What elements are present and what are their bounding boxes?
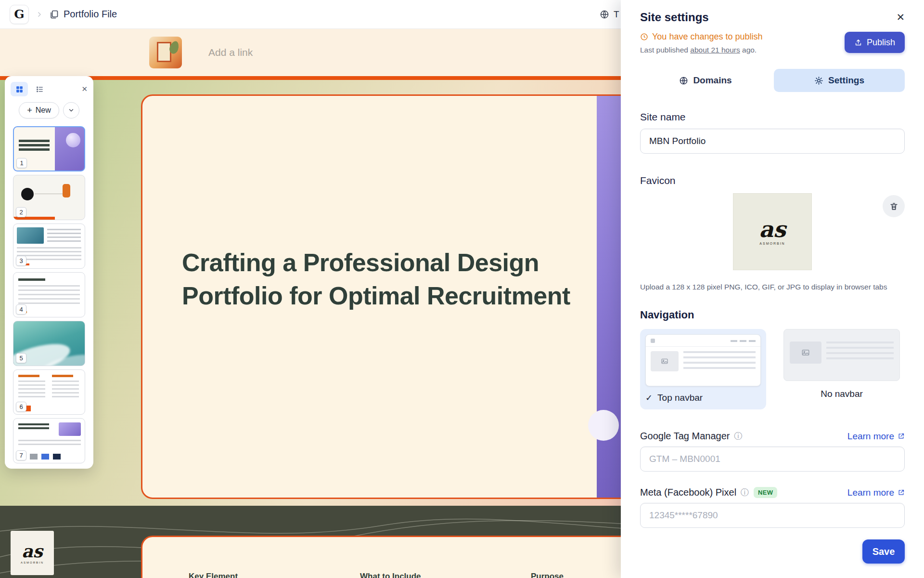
decorative-shape — [52, 381, 79, 400]
settings-tabs: Domains Settings — [640, 69, 905, 92]
gtm-learn-more-label: Learn more — [847, 431, 894, 442]
site-settings-panel: Site settings ✕ You have changes to publ… — [621, 0, 924, 578]
decorative-shape — [651, 339, 655, 343]
thumbnail-number: 3 — [16, 256, 26, 266]
meta-pixel-row: Meta (Facebook) Pixel ⓘ NEW Learn more — [640, 487, 905, 498]
favicon-help-text: Upload a 128 x 128 pixel PNG, ICO, GIF, … — [640, 283, 905, 291]
plus-icon: + — [27, 106, 32, 115]
thumbnail-list: 1 2 3 4 — [5, 126, 93, 463]
publish-warning-text: You have changes to publish — [652, 32, 763, 42]
globe-icon — [679, 76, 688, 85]
new-slide-row: + New — [5, 96, 93, 120]
decorative-shape — [66, 133, 80, 147]
thumbnail-number: 4 — [16, 304, 26, 315]
publish-button-label: Publish — [867, 38, 895, 48]
thumbnail-number: 6 — [16, 402, 26, 412]
external-link-icon — [898, 433, 905, 440]
tab-domains[interactable]: Domains — [640, 69, 771, 92]
gtm-input[interactable] — [640, 447, 905, 472]
document-icon — [49, 10, 59, 19]
last-published-text: Last published about 21 hours ago. — [640, 46, 763, 54]
decorative-shape — [21, 188, 34, 200]
close-thumbnail-panel-button[interactable]: ✕ — [81, 85, 88, 93]
gamma-logo[interactable]: G — [10, 5, 29, 24]
gear-icon — [814, 76, 823, 85]
external-link-icon — [898, 489, 905, 496]
skeleton-lines — [826, 342, 894, 362]
top-navbar-label-text: Top navbar — [657, 393, 703, 403]
decorative-shape — [18, 278, 45, 281]
info-icon[interactable]: ⓘ — [741, 487, 749, 498]
last-published-suffix: ago. — [740, 46, 757, 54]
slide-thumbnail-1[interactable]: 1 — [13, 126, 85, 171]
last-published-link[interactable]: about 21 hours — [690, 46, 740, 54]
decorative-shape — [18, 285, 80, 306]
publish-button[interactable]: Publish — [845, 32, 905, 53]
brand-logo-caption: ASMORBIN — [21, 561, 44, 564]
upload-icon — [854, 39, 862, 47]
meta-pixel-label: Meta (Facebook) Pixel — [640, 487, 736, 498]
publish-warning: You have changes to publish — [640, 32, 763, 42]
favicon-preview[interactable]: as ASMORBIN — [733, 193, 812, 270]
add-link-placeholder[interactable]: Add a link — [208, 47, 253, 58]
decorative-shape — [18, 375, 39, 377]
table-header-purpose[interactable]: Purpose — [531, 572, 564, 578]
list-icon — [36, 85, 44, 93]
last-published-prefix: Last published — [640, 46, 690, 54]
decorative-shape — [588, 410, 619, 441]
no-navbar-option-label: No navbar — [783, 389, 900, 399]
save-button[interactable]: Save — [862, 539, 905, 564]
topbar-right-cluster[interactable]: T — [600, 0, 619, 29]
slide-thumbnail-5[interactable]: 5 — [13, 321, 85, 366]
brand-logo-script: as — [22, 542, 43, 560]
mockup-content — [790, 342, 894, 364]
decorative-shape — [52, 375, 73, 377]
slide-thumbnail-7[interactable]: 7 — [13, 418, 85, 463]
grid-icon — [15, 85, 24, 93]
tab-settings[interactable]: Settings — [774, 69, 905, 92]
image-placeholder-icon — [790, 342, 821, 364]
site-name-label: Site name — [640, 111, 905, 123]
new-slide-button[interactable]: + New — [19, 102, 59, 118]
slide-thumbnail-6[interactable]: 6 — [13, 369, 85, 415]
slide-thumbnail-2[interactable]: 2 — [13, 175, 85, 220]
gtm-row: Google Tag Manager ⓘ Learn more — [640, 431, 905, 442]
new-slide-dropdown-button[interactable] — [63, 102, 79, 118]
table-header-key-element[interactable]: Key Element — [189, 572, 238, 578]
page-title[interactable]: Portfolio File — [64, 9, 117, 20]
decorative-shape — [157, 42, 171, 62]
gamma-logo-letter: G — [14, 7, 24, 21]
decorative-shape — [731, 340, 756, 342]
top-navbar-mockup — [645, 334, 761, 386]
mockup-content — [651, 351, 756, 371]
slide-title[interactable]: Crafting a Professional Design Portfolio… — [182, 246, 596, 313]
decorative-shape — [19, 140, 50, 152]
chevron-down-icon — [68, 107, 75, 114]
info-icon[interactable]: ⓘ — [734, 431, 742, 442]
globe-icon — [600, 10, 609, 19]
gtm-learn-more-link[interactable]: Learn more — [847, 431, 905, 442]
slide-thumbnail-3[interactable]: 3 — [13, 223, 85, 269]
nav-option-no-navbar[interactable]: No navbar — [783, 329, 900, 399]
favicon-logo-script: as — [759, 218, 786, 240]
breadcrumb-chevron-icon — [36, 11, 43, 18]
settings-panel-title: Site settings — [640, 11, 709, 24]
site-footer-logo: as ASMORBIN — [11, 531, 54, 575]
site-name-input[interactable] — [640, 129, 905, 154]
meta-learn-more-link[interactable]: Learn more — [847, 487, 905, 498]
close-settings-button[interactable]: ✕ — [896, 12, 905, 23]
slide-thumbnail-4[interactable]: 4 — [13, 272, 85, 317]
grid-view-button[interactable] — [11, 82, 28, 96]
list-view-button[interactable] — [31, 82, 48, 96]
decorative-shape — [63, 184, 70, 197]
decorative-shape — [18, 423, 49, 429]
thumbnail-panel-header: ✕ — [5, 82, 93, 96]
skeleton-lines — [683, 351, 756, 371]
navigation-label: Navigation — [640, 309, 905, 321]
site-logo-image[interactable] — [149, 37, 182, 68]
tab-domains-label: Domains — [693, 75, 732, 86]
table-header-what-to-include[interactable]: What to Include — [360, 572, 421, 578]
meta-pixel-input[interactable] — [640, 503, 905, 528]
delete-favicon-button[interactable] — [883, 195, 905, 217]
nav-option-top-navbar[interactable]: ✓ Top navbar — [640, 329, 766, 409]
